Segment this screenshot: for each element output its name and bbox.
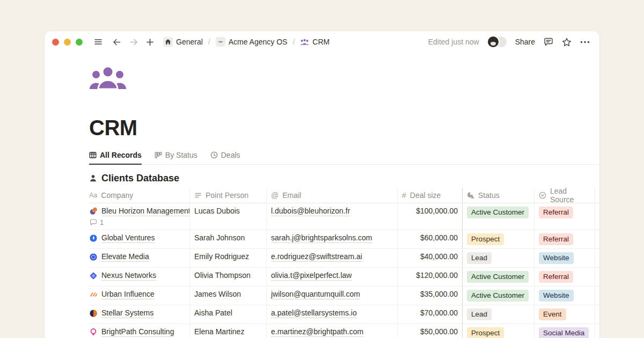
column-header-company[interactable]: AaCompany: [89, 188, 190, 203]
point-person-cell[interactable]: Elena Martinez: [190, 324, 267, 338]
email-cell[interactable]: olivia.t@pixelperfect.law: [267, 268, 398, 286]
lead-source-badge[interactable]: Social Media: [539, 327, 589, 338]
company-cell[interactable]: BrightPath Consulting: [89, 324, 190, 338]
lead-source-badge[interactable]: Website: [539, 252, 574, 264]
email-link[interactable]: e.rodriguez@swiftstream.ai: [271, 252, 362, 262]
company-cell[interactable]: Urban Influence: [89, 286, 190, 305]
tab-all-records[interactable]: All Records: [89, 151, 142, 165]
people-group-icon[interactable]: [89, 65, 127, 91]
point-person-cell[interactable]: James Wilson: [190, 286, 267, 305]
lead-source-badge[interactable]: Event: [539, 308, 566, 320]
company-logo-brightpath: [89, 328, 98, 336]
point-person-cell[interactable]: Aisha Patel: [190, 305, 267, 324]
email-cell[interactable]: a.patel@stellarsystems.io: [267, 305, 398, 324]
column-header-email[interactable]: @Email: [267, 188, 398, 203]
column-header-lead-source[interactable]: Lead Source: [535, 188, 595, 203]
status-cell[interactable]: Lead: [463, 249, 535, 267]
breadcrumb-general[interactable]: General: [161, 36, 205, 48]
status-cell[interactable]: Active Customer: [463, 203, 535, 230]
email-cell[interactable]: jwilson@quantumquill.com: [267, 286, 398, 305]
company-name[interactable]: Global Ventures: [101, 233, 155, 243]
number-hash-icon: #: [402, 191, 406, 200]
status-badge[interactable]: Prospect: [467, 327, 504, 338]
tab-by-status[interactable]: By Status: [155, 151, 197, 165]
status-badge[interactable]: Lead: [467, 252, 492, 264]
status-badge[interactable]: Active Customer: [467, 207, 529, 218]
point-person-cell[interactable]: Lucas Dubois: [190, 203, 267, 230]
lead-source-cell[interactable]: Social Media: [535, 324, 595, 338]
column-header-deal-size[interactable]: #Deal size: [398, 188, 463, 203]
company-cell[interactable]: Global Ventures: [89, 230, 190, 248]
zoom-window-icon[interactable]: [76, 39, 83, 46]
deal-size-cell[interactable]: $120,000.00: [398, 268, 463, 286]
tab-deals[interactable]: Deals: [210, 151, 240, 165]
close-window-icon[interactable]: [52, 39, 59, 46]
status-cell[interactable]: Lead: [463, 305, 535, 324]
company-name[interactable]: Bleu Horizon Management: [101, 207, 190, 216]
company-name[interactable]: Stellar Systems: [101, 308, 153, 318]
viewer-avatars[interactable]: [487, 35, 508, 48]
status-badge[interactable]: Lead: [467, 308, 492, 320]
email-cell[interactable]: l.dubois@bleuhorizon.fr: [267, 203, 398, 230]
company-cell[interactable]: Nexus Networks: [89, 268, 190, 286]
status-badge[interactable]: Prospect: [467, 233, 504, 245]
lead-source-badge[interactable]: Website: [539, 290, 574, 302]
email-cell[interactable]: sarah.j@brightsparksolns.com: [267, 230, 398, 248]
favorite-star-icon[interactable]: [562, 38, 572, 47]
email-cell[interactable]: e.rodriguez@swiftstream.ai: [267, 249, 398, 267]
email-cell[interactable]: e.martinez@brightpath.com: [267, 324, 398, 338]
lead-source-badge[interactable]: Referral: [539, 271, 573, 283]
email-link[interactable]: sarah.j@brightsparksolns.com: [271, 233, 372, 243]
deal-size-cell[interactable]: $40,000.00: [398, 249, 463, 267]
company-cell[interactable]: Stellar Systems: [89, 305, 190, 324]
company-name[interactable]: BrightPath Consulting: [101, 327, 174, 337]
point-person-cell[interactable]: Sarah Johnson: [190, 230, 267, 248]
breadcrumb-crm[interactable]: CRM: [298, 36, 332, 47]
email-link[interactable]: olivia.t@pixelperfect.law: [271, 271, 352, 281]
deal-size-cell[interactable]: $70,000.00: [398, 305, 463, 324]
email-link[interactable]: e.martinez@brightpath.com: [271, 327, 363, 337]
lead-source-cell[interactable]: Referral: [535, 230, 595, 248]
more-options-icon[interactable]: [580, 41, 590, 43]
minimize-window-icon[interactable]: [64, 39, 71, 46]
status-badge[interactable]: Active Customer: [467, 290, 529, 302]
share-button[interactable]: Share: [515, 38, 535, 46]
email-link[interactable]: a.patel@stellarsystems.io: [271, 308, 357, 318]
column-header-point-person[interactable]: Point Person: [190, 188, 267, 203]
lead-source-badge[interactable]: Referral: [539, 233, 573, 245]
avatar: [487, 35, 500, 48]
deal-size-cell[interactable]: $60,000.00: [398, 230, 463, 248]
forward-icon[interactable]: [127, 35, 141, 49]
status-cell[interactable]: Active Customer: [463, 286, 535, 305]
deal-size-cell[interactable]: $50,000.00: [398, 324, 463, 338]
back-icon[interactable]: [109, 35, 123, 49]
email-link[interactable]: l.dubois@bleuhorizon.fr: [271, 207, 350, 216]
column-header-status[interactable]: Status: [463, 188, 535, 203]
comment-icon: [90, 219, 97, 226]
lead-source-cell[interactable]: Website: [535, 286, 595, 305]
deal-size-cell[interactable]: $35,000.00: [398, 286, 463, 305]
lead-source-cell[interactable]: Referral: [535, 203, 595, 230]
point-person-cell[interactable]: Olivia Thompson: [190, 268, 267, 286]
breadcrumb-acme-agency-os[interactable]: Acme Agency OS: [214, 36, 290, 48]
lead-source-badge[interactable]: Referral: [539, 207, 573, 218]
company-name[interactable]: Nexus Networks: [101, 271, 156, 281]
lead-source-cell[interactable]: Referral: [535, 268, 595, 286]
status-badge[interactable]: Active Customer: [467, 271, 529, 283]
company-name[interactable]: Urban Influence: [101, 290, 155, 299]
company-cell[interactable]: Elevate Media: [89, 249, 190, 267]
comments-icon[interactable]: [544, 38, 553, 47]
email-link[interactable]: jwilson@quantumquill.com: [271, 290, 360, 299]
company-cell[interactable]: Bleu Horizon Management1: [89, 203, 190, 230]
status-cell[interactable]: Prospect: [463, 230, 535, 248]
comment-count[interactable]: 1: [89, 218, 104, 226]
status-cell[interactable]: Prospect: [463, 324, 535, 338]
sidebar-menu-icon[interactable]: [91, 35, 105, 49]
deal-size-cell[interactable]: $100,000.00: [398, 203, 463, 230]
new-page-icon[interactable]: [143, 35, 157, 49]
status-cell[interactable]: Active Customer: [463, 268, 535, 286]
lead-source-cell[interactable]: Event: [535, 305, 595, 324]
company-name[interactable]: Elevate Media: [101, 252, 149, 262]
point-person-cell[interactable]: Emily Rodriguez: [190, 249, 267, 267]
lead-source-cell[interactable]: Website: [535, 249, 595, 267]
